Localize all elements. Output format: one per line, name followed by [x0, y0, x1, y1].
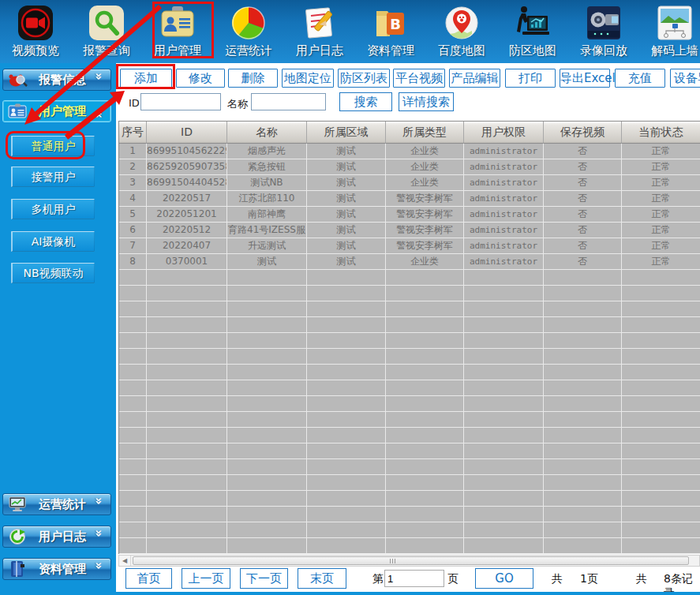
- table-cell: [544, 507, 622, 522]
- table-cell: [119, 270, 147, 286]
- name-label: 名称: [227, 97, 248, 111]
- platform-video-button[interactable]: 平台视频: [393, 69, 445, 88]
- toolbar-item-baidu-map[interactable]: 百度地图: [426, 0, 497, 63]
- table-row[interactable]: 80370001测试测试企业类administrator否正常: [119, 254, 700, 270]
- device-import-button[interactable]: 设备导入: [670, 69, 700, 88]
- table-cell: 紧急按钮: [227, 159, 307, 175]
- total-pages-label: 共: [552, 572, 563, 586]
- search-button[interactable]: 搜索: [339, 92, 392, 111]
- toolbar-item-label: 用户管理: [154, 43, 201, 58]
- table-row[interactable]: 2862592059073588紧急按钮测试企业类administrator否正…: [119, 159, 700, 175]
- table-cell: [147, 475, 227, 491]
- table-cell: 否: [544, 238, 622, 254]
- sidebar-group-user-management[interactable]: 用户管理 »: [2, 100, 111, 122]
- table-cell: administrator: [464, 223, 544, 238]
- sidebar-item-ai-cameras[interactable]: AI摄像机: [11, 231, 95, 252]
- column-header[interactable]: 名称: [227, 122, 307, 144]
- sidebar-group-label: 资料管理: [33, 562, 92, 577]
- table-cell: 7: [119, 238, 147, 254]
- map-locate-button[interactable]: 地图定位: [282, 69, 334, 88]
- column-header[interactable]: 用户权限: [464, 122, 544, 144]
- toolbar-item-user-management[interactable]: 用户管理: [142, 0, 213, 63]
- table-cell: [544, 301, 622, 317]
- sidebar-item-nb-video-linkage[interactable]: NB视频联动: [11, 263, 95, 283]
- next-page-button[interactable]: 下一页: [240, 568, 288, 589]
- horizontal-scrollbar[interactable]: ◀: [118, 555, 700, 567]
- export-excel-button[interactable]: 导出Excel: [560, 69, 610, 88]
- table-cell: [544, 349, 622, 365]
- add-button[interactable]: 添加: [120, 69, 172, 88]
- first-page-button[interactable]: 首页: [125, 568, 172, 589]
- toolbar-item-data-management[interactable]: B 资料管理: [355, 0, 426, 63]
- toolbar-item-user-log[interactable]: 用户日志: [284, 0, 355, 63]
- table-row[interactable]: 52022051201南部神鹰测试警视安李树军administrator否正常: [119, 207, 700, 223]
- name-input[interactable]: [251, 93, 326, 110]
- table-cell: [386, 412, 464, 428]
- prev-page-button[interactable]: 上一页: [182, 568, 230, 589]
- sidebar-group-data-management[interactable]: 资料管理 »: [2, 558, 111, 580]
- toolbar-item-stats[interactable]: 运营统计: [213, 0, 284, 63]
- sidebar-group-stats[interactable]: 运营统计 »: [2, 493, 111, 515]
- toolbar-item-decode-wall[interactable]: 解码上墙: [639, 0, 700, 63]
- table-row[interactable]: 420220517江苏北部110测试警视安李树军administrator否正常: [119, 191, 700, 207]
- table-cell: [147, 412, 227, 428]
- scroll-left-arrow-icon[interactable]: ◀: [119, 556, 131, 566]
- table-cell: [307, 365, 386, 380]
- column-header[interactable]: 保存视频: [544, 122, 622, 144]
- sidebar-group-alarm-info[interactable]: 报警信息 »: [2, 69, 111, 91]
- toolbar-item-playback[interactable]: 录像回放: [568, 0, 639, 63]
- chevron-up-icon: »: [92, 104, 106, 118]
- detail-search-button[interactable]: 详情搜索: [399, 92, 454, 111]
- recharge-button[interactable]: 充值: [615, 69, 665, 88]
- table-cell: [544, 365, 622, 380]
- sidebar-group-user-log[interactable]: 用户日志 »: [2, 526, 111, 548]
- page-number-input[interactable]: [384, 570, 444, 587]
- table-cell: [386, 301, 464, 317]
- column-header[interactable]: ID: [147, 122, 227, 144]
- scrollbar-thumb[interactable]: [133, 556, 689, 565]
- column-header[interactable]: 所属区域: [307, 122, 386, 144]
- product-edit-button[interactable]: 产品编辑: [449, 69, 500, 88]
- table-cell: [307, 349, 386, 365]
- table-cell: [622, 475, 700, 491]
- table-cell: 测试: [307, 191, 386, 207]
- table-cell: [227, 507, 307, 522]
- sidebar-item-alarm-receiving-users[interactable]: 接警用户: [11, 167, 95, 187]
- delete-button[interactable]: 删除: [228, 69, 278, 88]
- total-records-label: 共: [636, 572, 647, 586]
- table-cell: [227, 522, 307, 538]
- sidebar-group-label: 运营统计: [33, 497, 92, 512]
- table-cell: [119, 365, 147, 380]
- table-row[interactable]: 720220407升远测试测试警视安李树军administrator否正常: [119, 238, 700, 254]
- table-cell: [544, 538, 622, 554]
- last-page-button[interactable]: 末页: [298, 568, 346, 589]
- table-cell: [147, 286, 227, 301]
- toolbar-item-video-preview[interactable]: 视频预览: [0, 0, 71, 63]
- table-cell: [544, 459, 622, 475]
- sidebar-item-normal-users[interactable]: 普通用户: [11, 136, 95, 156]
- id-input[interactable]: [140, 93, 221, 110]
- table-row[interactable]: 620220512育路41号IZESS服测试警视安李树军administrato…: [119, 223, 700, 238]
- print-button[interactable]: 打印: [505, 69, 556, 88]
- table-row[interactable]: 1869951045622291烟感声光测试企业类administrator否正…: [119, 144, 700, 159]
- table-cell: [544, 396, 622, 412]
- table-cell: 3: [119, 175, 147, 191]
- column-header[interactable]: 当前状态: [622, 122, 700, 144]
- sidebar-item-multi-machine-users[interactable]: 多机用户: [11, 199, 95, 219]
- column-header[interactable]: 序号: [119, 122, 147, 144]
- table-cell: 警视安李树军: [386, 191, 464, 207]
- user-log-icon: [301, 4, 339, 42]
- go-button[interactable]: GO: [475, 568, 533, 589]
- toolbar-item-alarm-search[interactable]: 报警查询: [71, 0, 142, 63]
- zone-list-button[interactable]: 防区列表: [338, 69, 390, 88]
- table-cell: [147, 538, 227, 554]
- column-header[interactable]: 所属类型: [386, 122, 464, 144]
- decode-wall-icon: [656, 4, 694, 42]
- table-cell: [544, 491, 622, 507]
- table-cell: [307, 507, 386, 522]
- table-row[interactable]: 3869915044045283测试NB测试企业类administrator否正…: [119, 175, 700, 191]
- table-cell: [544, 522, 622, 538]
- table-cell: [119, 301, 147, 317]
- edit-button[interactable]: 修改: [176, 69, 225, 88]
- toolbar-item-zone-map[interactable]: 防区地图: [497, 0, 568, 63]
